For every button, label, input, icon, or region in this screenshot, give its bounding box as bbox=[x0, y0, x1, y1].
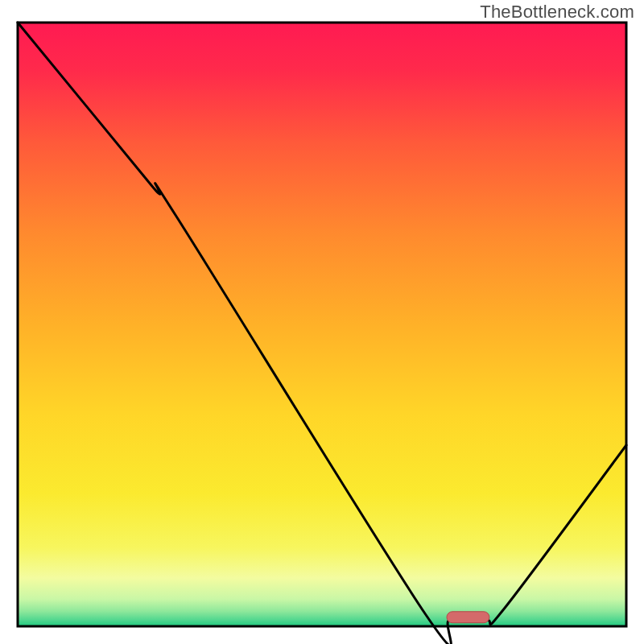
optimal-range-marker bbox=[447, 612, 489, 623]
gradient-background bbox=[18, 23, 626, 626]
chart-container: TheBottleneck.com bbox=[0, 0, 644, 644]
bottleneck-chart bbox=[0, 0, 644, 644]
watermark-text: TheBottleneck.com bbox=[480, 2, 634, 23]
